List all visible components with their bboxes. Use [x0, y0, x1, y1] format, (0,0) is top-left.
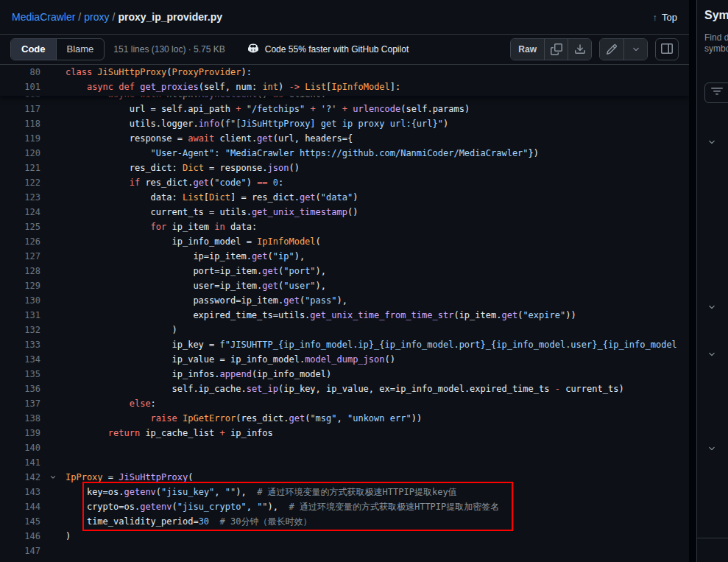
symbol-tree-expander[interactable] — [706, 301, 718, 313]
gutter — [40, 264, 66, 278]
copilot-banner[interactable]: Code 55% faster with GitHub Copilot — [247, 43, 409, 57]
line-number[interactable]: 119 — [0, 131, 40, 146]
gutter — [40, 205, 66, 219]
code-line-147: 147 — [0, 544, 689, 558]
line-number[interactable]: 117 — [0, 102, 40, 116]
code-line-118: 118 utils.logger.info(f"[JiSuHttpProxy] … — [0, 116, 689, 131]
copy-raw-button[interactable] — [544, 39, 568, 60]
line-number[interactable]: 138 — [0, 411, 40, 426]
line-number[interactable]: 147 — [0, 544, 40, 558]
code-line-127: 127 ip=ip_item.get("ip"), — [0, 249, 689, 264]
line-number[interactable]: 134 — [0, 352, 40, 367]
line-number[interactable]: 122 — [0, 175, 40, 190]
line-number[interactable]: 140 — [0, 440, 40, 455]
gutter — [40, 175, 66, 190]
code-text — [66, 455, 689, 470]
line-number[interactable]: 135 — [0, 367, 40, 382]
edit-dropdown-button[interactable] — [623, 39, 647, 60]
gutter — [40, 161, 66, 175]
file-header-bar: MediaCrawler/proxy/proxy_ip_provider.py … — [0, 0, 689, 34]
code-text: ) — [66, 529, 689, 544]
symbols-filter-input[interactable] — [704, 82, 728, 103]
line-number[interactable]: 120 — [0, 146, 40, 161]
code-editor: 116 async with httpx.AsyncClient() as cl… — [0, 65, 689, 562]
breadcrumb-file-name: proxy_ip_provider.py — [118, 11, 222, 23]
symbol-tree-expander[interactable] — [706, 443, 718, 454]
download-raw-button[interactable] — [568, 39, 591, 60]
code-line-80: 80class JiSuHttpProxy(ProxyProvider): — [0, 65, 689, 80]
code-text: for ip_item in data: — [66, 219, 689, 234]
edit-file-button[interactable] — [600, 39, 623, 60]
raw-button[interactable]: Raw — [511, 39, 544, 60]
edit-group — [599, 38, 648, 60]
code-line-134: 134 ip_value = ip_info_model.model_dump_… — [0, 352, 689, 367]
line-number[interactable]: 131 — [0, 308, 40, 323]
code-text: class JiSuHttpProxy(ProxyProvider): — [66, 65, 689, 80]
line-number[interactable]: 121 — [0, 161, 40, 175]
code-line-145: 145 time_validity_period=30 # 30分钟（最长时效） — [0, 514, 689, 529]
gutter — [40, 352, 66, 367]
breadcrumb-folder-link[interactable]: proxy — [84, 11, 109, 23]
line-number[interactable]: 125 — [0, 219, 40, 234]
collapse-chevron-icon[interactable] — [40, 470, 66, 485]
raw-copy-download-group: Raw — [510, 38, 592, 60]
code-line-138: 138 raise IpGetError(res_dict.get("msg",… — [0, 411, 689, 426]
code-line-117: 117 url = self.api_path + "/fetchips" + … — [0, 102, 689, 116]
code-text: ip_info_model = IpInfoModel( — [66, 234, 689, 249]
tab-code[interactable]: Code — [11, 39, 56, 60]
symbol-tree-expander[interactable] — [706, 348, 718, 360]
tab-blame[interactable]: Blame — [56, 39, 105, 60]
gutter — [40, 440, 66, 455]
line-number[interactable]: 133 — [0, 337, 40, 352]
code-text: user=ip_item.get("user"), — [66, 278, 689, 293]
line-number[interactable]: 145 — [0, 514, 40, 529]
toolbar-actions: Raw — [510, 38, 679, 60]
gutter — [40, 485, 66, 499]
symbol-tree-expander[interactable] — [706, 136, 718, 148]
line-number[interactable]: 139 — [0, 426, 40, 440]
code-text: res_dict: Dict = response.json() — [66, 161, 689, 175]
code-line-119: 119 response = await client.get(url, hea… — [0, 131, 689, 146]
line-number[interactable]: 128 — [0, 264, 40, 278]
code-line-141: 141 — [0, 455, 689, 470]
gutter — [40, 308, 66, 323]
code-blame-switcher: Code Blame — [10, 38, 105, 60]
code-line-142: 142IpProxy = JiSuHttpProxy( — [0, 470, 689, 485]
code-text: ) — [66, 323, 689, 337]
code-text: IpProxy = JiSuHttpProxy( — [66, 470, 689, 485]
line-number[interactable]: 126 — [0, 234, 40, 249]
line-number[interactable]: 143 — [0, 485, 40, 499]
line-number[interactable]: 80 — [0, 65, 40, 80]
gutter — [40, 249, 66, 264]
gutter — [40, 278, 66, 293]
line-number[interactable]: 124 — [0, 205, 40, 219]
code-line-125: 125 for ip_item in data: — [0, 219, 689, 234]
breadcrumb-repo-link[interactable]: MediaCrawler — [12, 11, 75, 23]
line-number[interactable]: 101 — [0, 80, 40, 94]
line-number[interactable]: 146 — [0, 529, 40, 544]
chevron-down-icon — [632, 45, 640, 56]
breadcrumb-separator: / — [109, 11, 118, 23]
line-number[interactable]: 123 — [0, 190, 40, 205]
gutter — [40, 116, 66, 131]
symbols-panel-toggle[interactable] — [655, 38, 679, 60]
gutter — [40, 234, 66, 249]
pane-resizer[interactable] — [689, 0, 696, 562]
line-number[interactable]: 137 — [0, 396, 40, 411]
line-number[interactable]: 142 — [0, 470, 40, 485]
line-number[interactable]: 141 — [0, 455, 40, 470]
line-number[interactable]: 129 — [0, 278, 40, 293]
code-text: utils.logger.info(f"[JiSuHttpProxy] get … — [66, 116, 689, 131]
copilot-icon — [247, 43, 259, 57]
code-line-139: 139 return ip_cache_list + ip_infos — [0, 426, 689, 440]
line-number[interactable]: 144 — [0, 499, 40, 514]
code-text: response = await client.get(url, headers… — [66, 131, 689, 146]
code-line-130: 130 password=ip_item.get("pass"), — [0, 293, 689, 308]
line-number[interactable]: 132 — [0, 323, 40, 337]
line-number[interactable]: 136 — [0, 382, 40, 396]
line-number[interactable]: 130 — [0, 293, 40, 308]
line-number[interactable]: 127 — [0, 249, 40, 264]
file-pane: MediaCrawler/proxy/proxy_ip_provider.py … — [0, 0, 689, 562]
scroll-to-top-button[interactable]: ↑ Top — [653, 12, 677, 23]
line-number[interactable]: 118 — [0, 116, 40, 131]
